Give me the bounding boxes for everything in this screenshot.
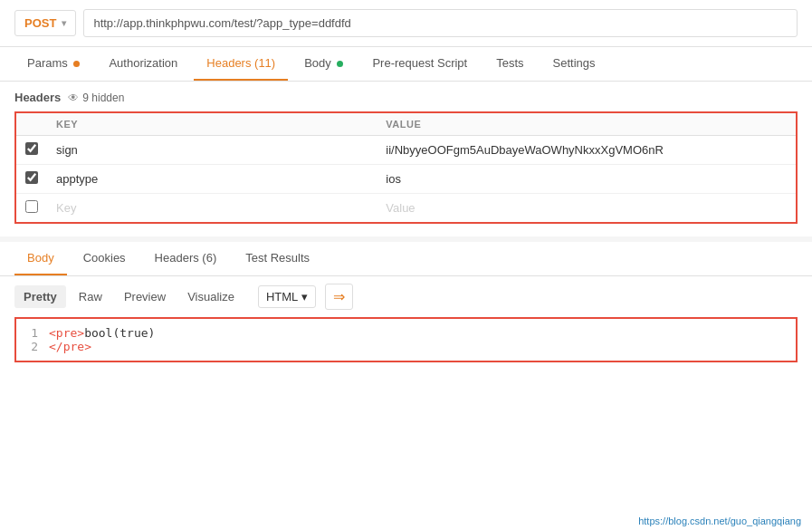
line-num-1: 1: [24, 326, 38, 340]
response-tab-testresults[interactable]: Test Results: [233, 242, 322, 275]
format-label: HTML: [266, 290, 298, 304]
view-raw[interactable]: Raw: [70, 285, 111, 308]
view-pretty[interactable]: Pretty: [14, 285, 66, 308]
row1-checkbox[interactable]: [25, 142, 38, 155]
format-select[interactable]: HTML ▾: [258, 285, 316, 308]
line-num-2: 2: [24, 340, 38, 353]
header-checkbox-col: [15, 112, 47, 136]
header-key-col: KEY: [47, 112, 377, 136]
row1-key[interactable]: sign: [47, 136, 377, 165]
headers-label-row: Headers 👁 9 hidden: [14, 91, 798, 104]
tab-settings[interactable]: Settings: [540, 47, 608, 81]
tag-pre-open: <pre>: [49, 326, 84, 340]
url-input[interactable]: [83, 9, 798, 37]
empty-checkbox-cell: [15, 194, 47, 224]
tab-authorization[interactable]: Authorization: [96, 47, 190, 81]
format-chevron: ▾: [301, 290, 308, 304]
view-preview[interactable]: Preview: [115, 285, 175, 308]
tag-pre-close: </pre>: [49, 340, 91, 353]
row1-value[interactable]: ii/NbyyeOOFgm5AuDbayeWaOWhyNkxxXgVMO6nR: [377, 136, 797, 165]
row2-value[interactable]: ios: [377, 165, 797, 194]
body-dot: [337, 61, 343, 67]
response-tab-body[interactable]: Body: [14, 242, 67, 275]
code-line-1: 1 <pre>bool(true): [24, 326, 788, 340]
tab-body[interactable]: Body: [291, 47, 356, 81]
row2-checkbox-cell: [15, 165, 47, 194]
empty-key[interactable]: Key: [47, 194, 377, 224]
code-content-1: <pre>bool(true): [49, 326, 155, 340]
eye-icon: 👁: [68, 92, 79, 104]
tab-params[interactable]: Params: [14, 47, 92, 81]
empty-checkbox[interactable]: [25, 200, 38, 213]
row1-checkbox-cell: [15, 136, 47, 165]
row2-checkbox[interactable]: [25, 171, 38, 184]
headers-table: KEY VALUE sign ii/NbyyeOOFgm5AuDbayeWaOW…: [14, 111, 798, 224]
method-select[interactable]: POST ▾: [14, 10, 76, 36]
table-row: sign ii/NbyyeOOFgm5AuDbayeWaOWhyNkxxXgVM…: [15, 136, 797, 165]
tab-tests[interactable]: Tests: [483, 47, 536, 81]
view-visualize[interactable]: Visualize: [178, 285, 244, 308]
response-tab-cookies[interactable]: Cookies: [71, 242, 139, 275]
headers-table-header: KEY VALUE: [15, 112, 797, 136]
table-row-empty: Key Value: [15, 194, 797, 224]
response-tabs: Body Cookies Headers (6) Test Results: [0, 242, 812, 276]
row2-key[interactable]: apptype: [47, 165, 377, 194]
empty-value: Value: [377, 194, 797, 224]
code-text-1: bool(true): [84, 326, 155, 340]
headers-section: Headers 👁 9 hidden KEY VALUE sign ii/Nby…: [0, 82, 812, 224]
headers-label: Headers: [14, 91, 61, 104]
code-line-2: 2 </pre>: [24, 340, 788, 353]
hidden-count: 9 hidden: [82, 92, 124, 104]
params-dot: [73, 61, 80, 67]
method-label: POST: [24, 16, 56, 30]
header-value-col: VALUE: [377, 112, 797, 136]
request-tabs: Params Authorization Headers (11) Body P…: [0, 47, 812, 82]
hidden-badge: 👁 9 hidden: [68, 92, 124, 104]
method-chevron: ▾: [62, 18, 66, 28]
table-row: apptype ios: [15, 165, 797, 194]
response-tab-headers6[interactable]: Headers (6): [142, 242, 230, 275]
wrap-button[interactable]: ⇒: [325, 284, 353, 310]
tab-prerequest[interactable]: Pre-request Script: [359, 47, 480, 81]
url-bar: POST ▾: [0, 0, 812, 47]
code-content-2: </pre>: [49, 340, 91, 353]
tab-headers[interactable]: Headers (11): [194, 47, 288, 81]
code-block: 1 <pre>bool(true) 2 </pre>: [14, 317, 798, 362]
response-toolbar: Pretty Raw Preview Visualize HTML ▾ ⇒: [0, 276, 812, 317]
